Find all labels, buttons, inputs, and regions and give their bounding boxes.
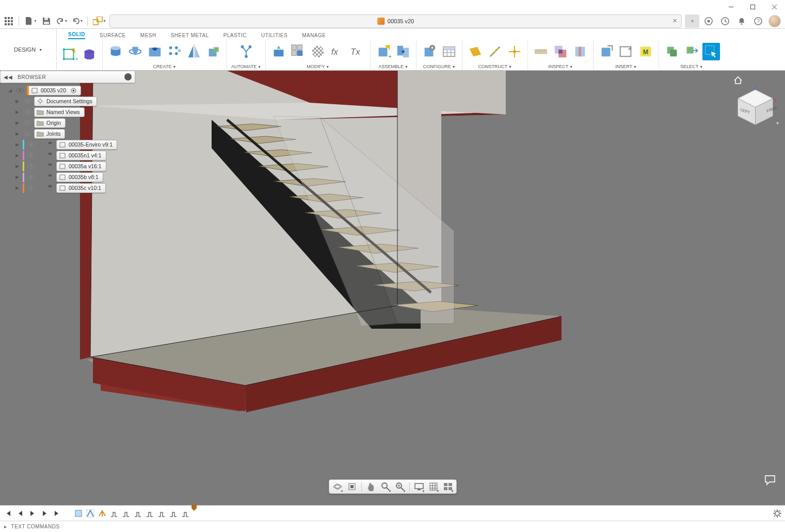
tree-item-pill[interactable]: 00035a v16:1	[56, 162, 106, 171]
browser-collapse-button[interactable]: ◀◀	[4, 74, 12, 80]
configure-button[interactable]	[421, 43, 438, 60]
undo-button[interactable]: ▼	[55, 14, 69, 28]
grid-settings-button[interactable]: ▼	[428, 481, 439, 492]
config-table-button[interactable]	[440, 43, 458, 60]
timeline-item[interactable]	[145, 508, 155, 519]
timeline-item[interactable]	[73, 508, 84, 519]
save-button[interactable]	[40, 14, 53, 28]
file-menu[interactable]: ▼	[24, 14, 38, 28]
select-button[interactable]	[702, 43, 720, 60]
tree-item-pill[interactable]: Origin	[34, 118, 66, 128]
derive-button[interactable]	[205, 43, 222, 60]
visibility-icon[interactable]	[26, 173, 36, 181]
tab-sheetmetal[interactable]: SHEET METAL	[171, 33, 209, 39]
visibility-icon[interactable]	[26, 163, 36, 170]
tree-item-pill[interactable]: 00035n1 v4:1	[56, 151, 106, 160]
look-at-button[interactable]	[347, 481, 357, 492]
timeline-item[interactable]	[156, 508, 167, 519]
tree-expand-icon[interactable]: ▶	[15, 99, 21, 104]
selection-priority-button[interactable]	[683, 43, 700, 60]
automate-button[interactable]	[237, 43, 255, 60]
visibility-icon[interactable]	[26, 184, 36, 191]
parameters-button[interactable]: fx	[329, 43, 346, 60]
timeline-back-button[interactable]	[15, 509, 25, 518]
tree-expand-icon[interactable]: ▶	[15, 185, 21, 190]
hole-button[interactable]	[146, 43, 164, 60]
timeline-fwd-button[interactable]	[40, 509, 50, 518]
visibility-icon[interactable]	[23, 108, 32, 116]
viewcube[interactable]: LEFT FRONT Z Y X	[733, 86, 777, 130]
create-form-button[interactable]	[81, 45, 98, 63]
timeline-item[interactable]	[109, 508, 119, 519]
insert-decal-button[interactable]	[617, 43, 635, 60]
tree-expand-icon[interactable]: ◢	[8, 88, 13, 93]
tab-plastic[interactable]: PLASTIC	[223, 33, 247, 39]
fit-button[interactable]: ▼	[395, 481, 405, 492]
tree-item[interactable]: ▶ 00035b v8:1	[8, 172, 135, 182]
fillet-button[interactable]	[290, 43, 307, 60]
redo-button[interactable]: ▼	[71, 14, 84, 28]
timeline-track[interactable]	[73, 508, 770, 519]
timeline-item[interactable]	[180, 508, 190, 519]
display-settings-button[interactable]: ▼	[414, 481, 424, 492]
close-tab-button[interactable]: ✕	[672, 18, 677, 24]
selection-filter-button[interactable]	[663, 43, 681, 60]
tree-item-pill[interactable]: Joints	[34, 129, 65, 139]
tab-utilities[interactable]: UTILITIES	[261, 33, 287, 39]
plane-button[interactable]	[467, 43, 484, 60]
help-icon[interactable]: ?	[751, 14, 765, 28]
tree-item[interactable]: ▶ 00035n1 v4:1	[8, 150, 135, 160]
section-analysis-button[interactable]	[571, 43, 589, 60]
visibility-icon[interactable]	[23, 130, 32, 137]
tab-manage[interactable]: MANAGE	[302, 33, 326, 39]
tree-item[interactable]: ▶ Document Settings	[8, 96, 135, 106]
viewcube-menu[interactable]: ▾	[776, 120, 779, 126]
pattern-button[interactable]	[166, 43, 183, 60]
timeline-end-button[interactable]	[53, 509, 62, 518]
appearance-button[interactable]	[309, 43, 327, 60]
radio-icon[interactable]	[71, 88, 76, 93]
insert-derive-button[interactable]	[598, 43, 615, 60]
tree-expand-icon[interactable]: ▶	[15, 109, 21, 115]
data-panel-toggle[interactable]	[2, 14, 15, 28]
timeline-marker[interactable]	[191, 504, 197, 511]
mirror-button[interactable]	[185, 43, 203, 60]
timeline-settings-button[interactable]	[773, 509, 782, 518]
viewport[interactable]: ◀◀ BROWSER ◢ 00035 v20 ▶ Document Settin…	[0, 71, 785, 505]
tree-expand-icon[interactable]: ▶	[15, 120, 21, 125]
new-component-button[interactable]: +	[375, 43, 392, 60]
pan-button[interactable]	[366, 481, 376, 492]
tree-item[interactable]: ▶ Joints	[8, 128, 135, 139]
visibility-icon[interactable]	[15, 87, 25, 94]
new-design-button[interactable]: ＋	[685, 14, 699, 28]
timeline-item[interactable]	[97, 508, 107, 519]
tab-surface[interactable]: SURFACE	[100, 33, 126, 39]
tree-item[interactable]: ▶ Origin	[8, 118, 135, 128]
tree-expand-icon[interactable]: ▶	[15, 131, 21, 136]
revolve-button[interactable]	[126, 43, 144, 60]
joint-button[interactable]	[394, 43, 412, 60]
tab-mesh[interactable]: MESH	[140, 33, 156, 39]
orbit-button[interactable]: ▼	[332, 481, 343, 492]
tree-item[interactable]: ▶ 00035-Enviro v9:1	[8, 139, 135, 150]
notifications-icon[interactable]	[734, 14, 749, 28]
browser-options-button[interactable]	[124, 73, 132, 80]
tree-expand-icon[interactable]: ▶	[15, 153, 21, 158]
tree-item-pill[interactable]: 00035b v8:1	[56, 172, 103, 182]
tree-item-pill[interactable]: 00035c v10:1	[56, 183, 106, 193]
window-maximize[interactable]	[742, 0, 763, 13]
timeline-item[interactable]	[133, 508, 143, 519]
job-status-icon[interactable]	[718, 14, 732, 28]
home-view-button[interactable]	[733, 76, 743, 85]
insert-mcmaster-button[interactable]: M	[637, 43, 654, 60]
measure-button[interactable]	[532, 43, 550, 60]
press-pull-button[interactable]	[270, 43, 287, 60]
interference-button[interactable]	[552, 43, 569, 60]
tree-expand-icon[interactable]: ▶	[15, 164, 21, 169]
comments-button[interactable]	[764, 474, 776, 486]
timeline-play-button[interactable]	[28, 509, 37, 518]
tree-item-pill[interactable]: 00035-Enviro v9:1	[56, 140, 117, 150]
tree-expand-icon[interactable]: ▶	[15, 142, 21, 147]
tree-expand-icon[interactable]: ▶	[15, 174, 21, 180]
tree-item[interactable]: ▶ Named Views	[8, 107, 135, 117]
